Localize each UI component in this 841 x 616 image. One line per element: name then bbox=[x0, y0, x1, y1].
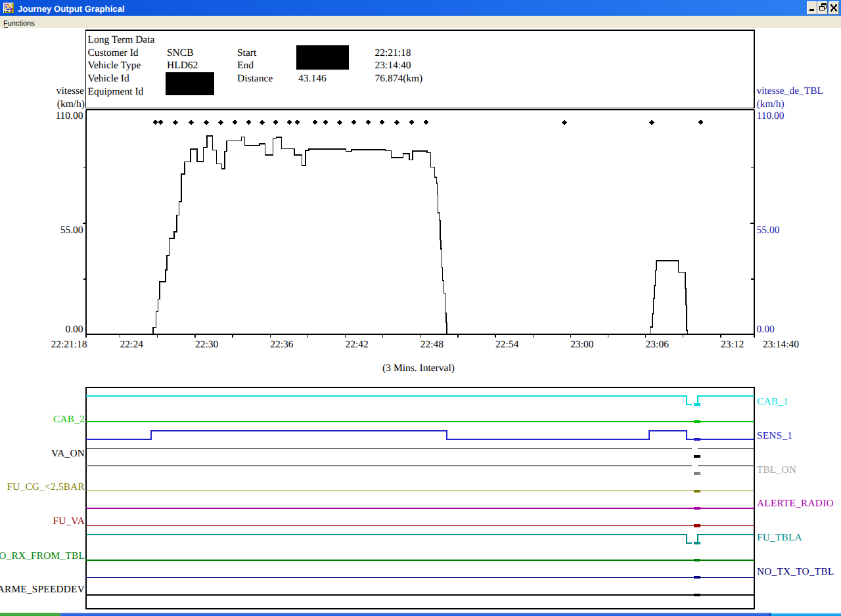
svg-text:HLD62: HLD62 bbox=[167, 60, 198, 71]
svg-text:(3 Mins. Interval): (3 Mins. Interval) bbox=[382, 363, 455, 374]
svg-text:FU_CG_<2,5BAR: FU_CG_<2,5BAR bbox=[7, 481, 85, 493]
svg-text:(km/h): (km/h) bbox=[757, 99, 784, 110]
svg-text:22:48: 22:48 bbox=[420, 339, 444, 350]
svg-text:CAB_1: CAB_1 bbox=[757, 396, 788, 407]
svg-text:76.874(km): 76.874(km) bbox=[375, 73, 423, 84]
svg-text:CAB_2: CAB_2 bbox=[53, 414, 85, 425]
svg-text:110.00: 110.00 bbox=[757, 110, 784, 121]
svg-text:43.146: 43.146 bbox=[298, 73, 327, 84]
svg-text:Equipment Id: Equipment Id bbox=[88, 86, 144, 97]
svg-text:(km/h): (km/h) bbox=[57, 99, 85, 110]
svg-text:110.00: 110.00 bbox=[55, 110, 83, 121]
svg-text:0.00: 0.00 bbox=[65, 324, 83, 335]
svg-text:vitesse: vitesse bbox=[57, 85, 84, 97]
svg-text:Distance: Distance bbox=[237, 73, 273, 84]
svg-text:Start: Start bbox=[237, 47, 257, 58]
svg-text:22:24: 22:24 bbox=[120, 339, 144, 350]
svg-text:22:30: 22:30 bbox=[195, 339, 219, 350]
svg-text:22:54: 22:54 bbox=[495, 339, 519, 350]
svg-text:vitesse_de_TBL: vitesse_de_TBL bbox=[757, 85, 824, 97]
svg-text:Vehicle Id: Vehicle Id bbox=[88, 73, 130, 84]
svg-text:23:12: 23:12 bbox=[721, 339, 744, 350]
svg-text:VA_ON: VA_ON bbox=[51, 448, 85, 459]
svg-text:22:21:18: 22:21:18 bbox=[51, 339, 87, 350]
svg-text:23:06: 23:06 bbox=[646, 339, 670, 350]
svg-text:FU_TBLA: FU_TBLA bbox=[757, 532, 802, 543]
svg-text:22:42: 22:42 bbox=[346, 339, 369, 350]
svg-text:55.00: 55.00 bbox=[60, 225, 83, 236]
svg-text:Long Term Data: Long Term Data bbox=[88, 34, 155, 45]
svg-text:23:14:40: 23:14:40 bbox=[763, 339, 799, 350]
svg-text:End: End bbox=[237, 60, 254, 71]
svg-text:O_RX_FROM_TBL: O_RX_FROM_TBL bbox=[0, 550, 85, 561]
svg-text:FU_VA: FU_VA bbox=[53, 516, 85, 527]
svg-text:22:36: 22:36 bbox=[270, 339, 294, 350]
svg-text:Journey Output Graphical: Journey Output Graphical bbox=[18, 4, 125, 14]
svg-text:TBL_ON: TBL_ON bbox=[757, 464, 796, 475]
svg-text:SENS_1: SENS_1 bbox=[757, 430, 792, 441]
svg-text:23:00: 23:00 bbox=[570, 339, 594, 350]
svg-text:22:21:18: 22:21:18 bbox=[375, 47, 411, 58]
svg-text:ARME_SPEEDDEV: ARME_SPEEDDEV bbox=[0, 584, 85, 595]
svg-text:SNCB: SNCB bbox=[167, 47, 194, 58]
svg-text:NO_TX_TO_TBL: NO_TX_TO_TBL bbox=[757, 566, 834, 577]
svg-text:55.00: 55.00 bbox=[757, 225, 780, 236]
svg-text:Vehicle Type: Vehicle Type bbox=[88, 60, 141, 71]
svg-text:23:14:40: 23:14:40 bbox=[375, 60, 411, 71]
svg-text:0.00: 0.00 bbox=[757, 324, 775, 335]
svg-text:ALERTE_RADIO: ALERTE_RADIO bbox=[757, 498, 834, 509]
svg-text:Functions: Functions bbox=[3, 20, 35, 28]
svg-text:Customer Id: Customer Id bbox=[88, 47, 139, 58]
